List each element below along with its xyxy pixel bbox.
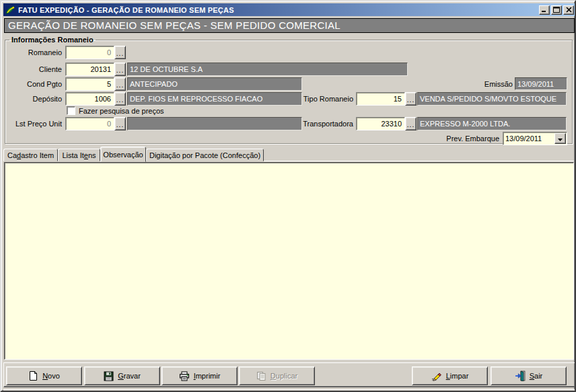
- lst-preco-unit-browse-button[interactable]: ...: [114, 117, 126, 130]
- deposito-browse-button[interactable]: ...: [114, 92, 126, 106]
- cliente-description: 12 DE OCTUBRE S.A: [127, 63, 408, 76]
- tipo-romaneio-description: VENDA S/PEDIDO S/MOVTO ESTOQUE: [417, 92, 567, 106]
- app-window: FATU EXPEDIÇÃO - GERAÇÃO DE ROMANEIO SEM…: [0, 0, 576, 392]
- new-document-icon: [28, 370, 38, 381]
- minimize-icon: [541, 7, 548, 13]
- close-button[interactable]: [563, 5, 574, 15]
- duplicar-button: Duplicar: [239, 366, 315, 385]
- lst-preco-unit-description: [127, 117, 302, 130]
- fazer-pesquisa-checkbox[interactable]: [67, 106, 75, 115]
- dropdown-arrow-icon: [558, 132, 563, 145]
- copy-pages-icon: [256, 371, 266, 381]
- tab-lista-itens[interactable]: Lista Itens: [58, 149, 100, 161]
- close-icon: [566, 7, 572, 13]
- transportadora-input[interactable]: [356, 117, 405, 130]
- title-bar: FATU EXPEDIÇÃO - GERAÇÃO DE ROMANEIO SEM…: [3, 3, 575, 16]
- page-title: GERAÇÃO DE ROMANEIO SEM PEÇAS - SEM PEDI…: [4, 18, 575, 33]
- groupbox-title: Informações Romaneio: [9, 36, 96, 44]
- romaneio-input: [65, 46, 114, 59]
- tab-digitacao-pacote[interactable]: Digitação por Pacote (Confecção): [146, 149, 264, 161]
- app-icon: [5, 5, 15, 15]
- pencil-eraser-icon: [431, 370, 442, 381]
- prev-embarque-datepicker[interactable]: 13/09/2011: [503, 132, 567, 145]
- cliente-browse-button[interactable]: ...: [114, 63, 126, 76]
- window-title: FATU EXPEDIÇÃO - GERAÇÃO DE ROMANEIO SEM…: [18, 6, 234, 14]
- maximize-button[interactable]: [551, 5, 562, 15]
- transportadora-label: Transportadora: [291, 117, 353, 130]
- emissao-value: 13/09/2011: [515, 77, 567, 90]
- bottom-strip: [3, 389, 575, 392]
- cond-pgto-label: Cond Pgto: [1, 77, 62, 91]
- transportadora-description: EXPRESSO M-2000 LTDA.: [417, 117, 567, 130]
- maximize-icon: [553, 7, 560, 13]
- transportadora-browse-button[interactable]: ...: [405, 117, 417, 130]
- limpar-button[interactable]: Limpar: [412, 366, 488, 385]
- romaneio-label: Romaneio: [1, 46, 62, 59]
- observacao-memo[interactable]: [6, 164, 573, 359]
- novo-button[interactable]: Novo: [6, 366, 82, 385]
- tab-observacao[interactable]: Observação: [100, 147, 146, 162]
- window-controls: [539, 5, 574, 15]
- prev-embarque-drop-button[interactable]: [554, 133, 566, 144]
- deposito-label: Depósito: [1, 92, 62, 106]
- lst-preco-unit-input: [65, 117, 114, 130]
- prev-embarque-label: Prev. Embarque: [405, 132, 499, 145]
- minimize-button[interactable]: [539, 5, 550, 15]
- tipo-romaneio-label: Tipo Romaneio: [291, 92, 353, 106]
- observacao-tab-page: [4, 162, 574, 360]
- imprimir-button[interactable]: Imprimir: [161, 366, 238, 385]
- printer-icon: [179, 371, 190, 381]
- tab-cadastro-item[interactable]: Cadastro Item: [3, 149, 58, 161]
- fazer-pesquisa-label: Fazer pesquisa de preços: [79, 104, 186, 118]
- cond-pgto-browse-button[interactable]: ...: [114, 77, 126, 91]
- deposito-input[interactable]: [65, 92, 114, 106]
- tipo-romaneio-input[interactable]: [356, 92, 405, 106]
- cliente-input[interactable]: [65, 63, 114, 76]
- romaneio-browse-button[interactable]: ...: [114, 46, 126, 59]
- prev-embarque-value: 13/09/2011: [505, 134, 542, 143]
- sair-button[interactable]: Sair: [491, 366, 567, 385]
- cliente-label: Cliente: [1, 63, 62, 76]
- gravar-button[interactable]: Gravar: [84, 366, 160, 385]
- deposito-description: DEP. FIOS EM REPROCESSO FIACAO: [127, 92, 302, 106]
- cond-pgto-description: ANTECIPADO: [127, 77, 302, 91]
- tipo-romaneio-browse-button[interactable]: ...: [405, 92, 417, 106]
- lst-preco-unit-label: Lst Preço Unit: [1, 117, 62, 130]
- cond-pgto-input[interactable]: [65, 77, 114, 91]
- save-floppy-icon: [104, 371, 114, 381]
- emissao-label: Emissão: [445, 77, 513, 91]
- exit-door-icon: [515, 370, 526, 381]
